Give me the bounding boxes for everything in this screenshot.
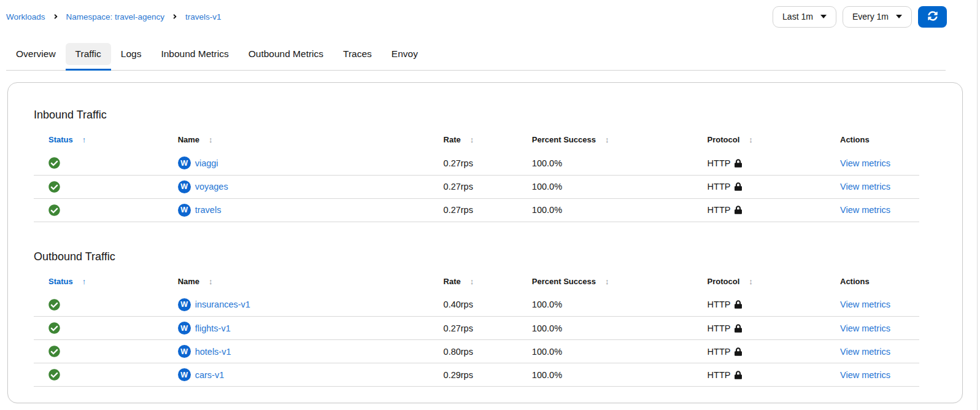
angle-right-icon [172,13,177,20]
breadcrumb-link-workloads[interactable]: Workloads [6,12,45,21]
column-header-actions: Actions [825,273,919,293]
column-header-status[interactable]: Status↑ [34,131,163,152]
tab-inbound-metrics[interactable]: Inbound Metrics [151,43,238,65]
lock-icon [735,159,742,168]
refresh-interval-dropdown[interactable]: Every 1m [843,6,912,28]
traffic-table: Status↑Name↕Rate↕Percent Success↕Protoco… [34,131,919,222]
workload-name-link[interactable]: viaggi [195,158,218,168]
column-header-percent-success[interactable]: Percent Success↕ [517,131,693,152]
workload-badge-icon: W [178,322,191,335]
lock-icon [735,182,742,191]
table-row: Wcars-v10.29rps100.0%HTTPView metrics [34,363,919,387]
workload-name-link[interactable]: hotels-v1 [195,347,231,357]
traffic-card: Inbound Traffic Status↑Name↕Rate↕Percent… [7,82,963,403]
scrollbar[interactable] [977,0,978,410]
protocol-label: HTTP [708,370,731,380]
column-header-name[interactable]: Name↕ [163,273,429,293]
breadcrumb-link-workload-name[interactable]: travels-v1 [185,12,222,21]
workload-name-link[interactable]: voyages [195,182,228,191]
status-cell [34,293,163,317]
sort-both-icon: ↕ [209,277,213,286]
view-metrics-link[interactable]: View metrics [840,182,890,191]
refresh-interval-label: Every 1m [852,12,889,21]
status-cell [34,175,163,198]
table-row: Whotels-v10.80rps100.0%HTTPView metrics [34,340,919,363]
protocol-label: HTTP [708,158,731,168]
workload-name-link[interactable]: flights-v1 [195,323,231,333]
sort-both-icon: ↕ [749,135,753,144]
top-bar: Workloads Namespace: travel-agency trave… [0,0,980,27]
tab-traffic[interactable]: Traffic [66,43,111,65]
tab-outbound-metrics[interactable]: Outbound Metrics [239,43,333,65]
protocol-label: HTTP [708,300,731,309]
workload-name-link[interactable]: cars-v1 [195,370,225,380]
lock-icon [735,371,742,379]
view-metrics-link[interactable]: View metrics [840,347,890,357]
workload-name-link[interactable]: insurances-v1 [195,300,250,309]
name-cell: Wflights-v1 [163,317,429,340]
actions-cell: View metrics [825,293,919,317]
table-header-row: Status↑Name↕Rate↕Percent Success↕Protoco… [34,131,919,152]
view-metrics-link[interactable]: View metrics [840,158,890,168]
actions-cell: View metrics [825,152,919,175]
column-header-rate[interactable]: Rate↕ [429,131,517,152]
rate-cell: 0.27rps [429,317,517,340]
refresh-button[interactable] [918,6,947,28]
actions-cell: View metrics [825,363,919,387]
angle-right-icon [53,13,58,20]
lock-icon [735,206,742,214]
column-header-percent-success[interactable]: Percent Success↕ [517,273,693,293]
view-metrics-link[interactable]: View metrics [840,323,890,333]
percent-success-cell: 100.0% [517,363,693,387]
protocol-cell: HTTP [693,340,825,363]
rate-cell: 0.29rps [429,363,517,387]
tab-bar: OverviewTrafficLogsInbound MetricsOutbou… [6,43,946,71]
protocol-cell: HTTP [693,175,825,198]
breadcrumb-link-namespace[interactable]: Namespace: travel-agency [66,12,165,21]
column-header-status[interactable]: Status↑ [34,273,163,293]
lock-icon [735,347,742,356]
protocol-label: HTTP [708,182,731,191]
tab-traces[interactable]: Traces [333,43,382,65]
tab-logs[interactable]: Logs [111,43,152,65]
name-cell: Winsurances-v1 [163,293,429,317]
tab-envoy[interactable]: Envoy [382,43,428,65]
sort-both-icon: ↕ [605,135,609,144]
percent-success-cell: 100.0% [517,293,693,317]
check-circle-icon [48,369,163,381]
protocol-cell: HTTP [693,152,825,175]
rate-cell: 0.27rps [429,152,517,175]
percent-success-cell: 100.0% [517,152,693,175]
column-header-protocol[interactable]: Protocol↕ [693,131,825,152]
check-circle-icon [48,204,163,216]
status-cell [34,198,163,222]
column-header-rate[interactable]: Rate↕ [429,273,517,293]
view-metrics-link[interactable]: View metrics [840,370,890,380]
protocol-label: HTTP [708,323,731,333]
workload-name-link[interactable]: travels [195,205,222,215]
column-header-actions: Actions [825,131,919,152]
rate-cell: 0.27rps [429,198,517,222]
tab-overview[interactable]: Overview [6,43,66,65]
workload-badge-icon: W [178,345,191,358]
view-metrics-link[interactable]: View metrics [840,300,890,309]
rate-cell: 0.27rps [429,175,517,198]
status-cell [34,340,163,363]
sort-both-icon: ↕ [749,277,753,286]
sync-icon [928,11,938,23]
workload-badge-icon: W [178,204,191,217]
workload-badge-icon: W [178,368,191,381]
sorted-asc-icon: ↑ [82,135,87,144]
column-header-protocol[interactable]: Protocol↕ [693,273,825,293]
check-circle-icon [48,181,163,193]
lock-icon [735,300,742,309]
table-row: Wtravels0.27rps100.0%HTTPView metrics [34,198,919,222]
name-cell: Wviaggi [163,152,429,175]
sort-both-icon: ↕ [470,135,474,144]
traffic-table-section: Outbound Traffic Status↑Name↕Rate↕Percen… [34,250,919,387]
time-range-dropdown[interactable]: Last 1m [773,6,836,28]
breadcrumb: Workloads Namespace: travel-agency trave… [6,12,222,21]
status-cell [34,317,163,340]
view-metrics-link[interactable]: View metrics [840,205,890,215]
column-header-name[interactable]: Name↕ [163,131,429,152]
